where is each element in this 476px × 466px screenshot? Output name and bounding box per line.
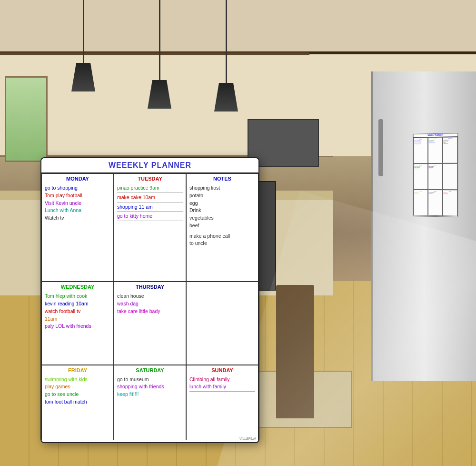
wednesday-item-5: paly LOL with friends [45,323,110,330]
kitchen-window [5,76,48,162]
saturday-header: SATURDAY [117,367,183,374]
notes-item-5: vegetables [189,214,255,222]
saturday-cell: SATURDAY go to museum shopping with frie… [114,365,186,440]
thursday-item-1: clean house [117,293,183,300]
notes-item-4: Drink [189,207,255,214]
planner-grid: MONDAY go to shopping Tom play football … [41,173,258,440]
wednesday-cell: WEDNESDAY Tom hlep with cook kevin readi… [41,282,114,365]
wednesday-header: WEDNESDAY [45,284,110,291]
notes-continued-cell [186,282,258,365]
notes-item-7: make a phone call [189,233,255,240]
fridge-handle [378,119,383,176]
monday-item-3: Visit Kevin uncle [45,200,110,207]
monday-item-2: Tom play football [45,192,110,200]
tuesday-item-4: go to kitty home [117,213,183,221]
friday-header: FRIDAY [45,367,110,374]
tuesday-item-3: shopping 11 am [117,203,183,212]
monday-item-5: Watch tv [45,214,110,222]
monday-header: MONDAY [45,176,110,182]
friday-item-3: go to see uncle [45,391,110,398]
wednesday-item-2: kevin reading 10am [45,300,110,308]
sunday-item-1: Climbing all family [189,376,255,384]
monday-cell: MONDAY go to shopping Tom play football … [41,173,114,282]
monday-item-4: Lunch with Anna [45,207,110,214]
pendant-light-1 [71,0,95,105]
fridge-planner-thumbnail: WEEKLY PLANNER MON go to shopping Tom pl… [413,133,458,217]
tuesday-item-1: pinao practice 9am [117,184,183,193]
notes-item-3: egg [189,200,255,207]
pendant-light-3 [214,0,238,138]
notes-item-2: potato [189,192,255,200]
friday-item-1: swimming with kids [45,376,110,384]
wednesday-item-1: Tom hlep with cook [45,293,110,300]
notes-item-8: to uncle [189,240,255,247]
notes-header: NOTES [189,176,255,182]
sunday-cell: SUNDAY Climbing all family lunch with fa… [186,365,258,440]
tuesday-item-2: make cake 10am [117,194,183,203]
notes-item-1: shopping liost [189,184,255,192]
notes-item-6: beef [189,222,255,230]
thursday-header: THURSDAY [117,284,183,291]
sunday-item-2: lunch with family [189,383,255,392]
thursday-item-2: wash dag [117,300,183,308]
refrigerator [371,71,476,381]
saturday-item-1: go to museum [117,376,183,384]
saturday-item-2: shopping with friends [117,383,183,391]
weekly-planner: WEEEKLY PLANNER MONDAY go to shopping To… [40,157,259,443]
wednesday-item-3: watch football tv [45,308,110,315]
bar-chair [276,285,314,418]
monday-item-1: go to shopping [45,184,110,192]
pendant-light-2 [148,0,171,133]
thursday-cell: THURSDAY clean house wash dag take care … [114,282,186,365]
notes-cell: NOTES shopping liost potato egg Drink ve… [186,173,258,282]
planner-title: WEEEKLY PLANNER [41,158,258,173]
tuesday-header: TUESDAY [117,176,183,182]
sunday-header: SUNDAY [189,367,255,374]
thursday-item-3: take care little bady [117,308,183,315]
brand-label: VILLERUN [239,437,256,440]
wednesday-item-4: 11am [45,315,110,323]
friday-item-4: tom foot ball match [45,398,110,406]
friday-cell: FRIDAY swimming with kids play games go … [41,365,114,440]
friday-item-2: play games [45,383,110,391]
saturday-item-3: keep fit!!!! [117,391,183,398]
tuesday-cell: TUESDAY pinao practice 9am make cake 10a… [114,173,186,282]
